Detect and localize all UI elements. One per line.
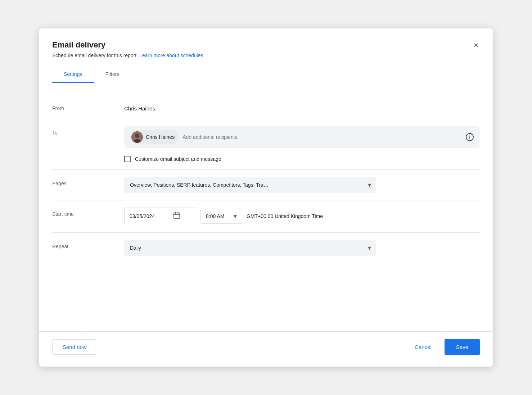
customize-row: Customize email subject and message [124, 156, 221, 162]
calendar-icon[interactable] [173, 212, 181, 221]
to-field: Chris Haines i Customize email subject a… [124, 126, 480, 162]
to-row: To [52, 119, 480, 169]
repeat-select[interactable]: Daily Weekly Monthly [124, 240, 376, 256]
pages-label: Pages [52, 177, 124, 186]
svg-text:i: i [469, 135, 470, 140]
svg-point-1 [135, 133, 139, 138]
start-time-label: Start time [52, 208, 124, 217]
recipient-name: Chris Haines [146, 134, 175, 140]
footer-right: Cancel Save [406, 339, 480, 355]
header-text: Email delivery Schedule email delivery f… [52, 40, 203, 58]
time-select[interactable]: 8:00 AM 9:00 AM 10:00 AM 11:00 AM 12:00 … [201, 209, 242, 223]
additional-recipients-input[interactable] [182, 134, 462, 140]
pages-select[interactable]: Overview, Positions, SERP features, Comp… [124, 177, 376, 193]
pages-field: Overview, Positions, SERP features, Comp… [124, 177, 480, 193]
email-delivery-dialog: Email delivery Schedule email delivery f… [39, 28, 493, 367]
close-button[interactable]: × [472, 40, 480, 51]
dialog-footer: Send now Cancel Save [39, 331, 493, 367]
timezone-label: GMT+00:00 United Kingdom Time [247, 213, 323, 219]
tab-settings[interactable]: Settings [52, 67, 94, 83]
info-button[interactable]: i [465, 133, 474, 141]
from-field: Chris Haines [124, 102, 480, 112]
send-now-button[interactable]: Send now [52, 339, 97, 355]
start-time-field: 8:00 AM 9:00 AM 10:00 AM 11:00 AM 12:00 … [124, 208, 480, 225]
date-input-wrapper [124, 208, 196, 225]
from-value: Chris Haines [124, 102, 155, 112]
date-time-row: 8:00 AM 9:00 AM 10:00 AM 11:00 AM 12:00 … [124, 208, 323, 225]
start-time-row: Start time [52, 200, 480, 232]
from-row: From Chris Haines [52, 95, 480, 119]
time-select-wrapper: 8:00 AM 9:00 AM 10:00 AM 11:00 AM 12:00 … [200, 209, 242, 224]
customize-checkbox[interactable] [124, 156, 131, 162]
repeat-field: Daily Weekly Monthly ▾ [124, 240, 480, 256]
avatar [131, 131, 143, 143]
repeat-select-wrapper: Daily Weekly Monthly ▾ [124, 240, 376, 256]
to-label: To [52, 126, 124, 136]
recipient-chip: Chris Haines [130, 130, 179, 144]
dialog-body: From Chris Haines To [39, 83, 493, 331]
from-label: From [52, 102, 124, 111]
repeat-label: Repeat [52, 240, 124, 249]
svg-rect-5 [174, 213, 180, 218]
date-input[interactable] [130, 213, 169, 219]
dialog-subtitle: Schedule email delivery for this report.… [52, 53, 203, 58]
pages-select-wrapper: Overview, Positions, SERP features, Comp… [124, 177, 376, 193]
avatar-image [131, 131, 143, 143]
customize-label: Customize email subject and message [135, 156, 221, 162]
tabs-container: Settings Filters [39, 67, 493, 83]
pages-row: Pages Overview, Positions, SERP features… [52, 170, 480, 200]
learn-more-link[interactable]: Learn more about schedules [139, 53, 203, 58]
dialog-title: Email delivery [52, 40, 203, 50]
recipients-container[interactable]: Chris Haines i [124, 126, 480, 148]
save-button[interactable]: Save [445, 339, 480, 355]
cancel-button[interactable]: Cancel [406, 340, 440, 354]
subtitle-text: Schedule email delivery for this report. [52, 53, 138, 58]
dialog-header: Email delivery Schedule email delivery f… [39, 28, 493, 58]
tab-filters[interactable]: Filters [94, 67, 131, 83]
repeat-row: Repeat Daily Weekly Monthly ▾ [52, 233, 480, 263]
